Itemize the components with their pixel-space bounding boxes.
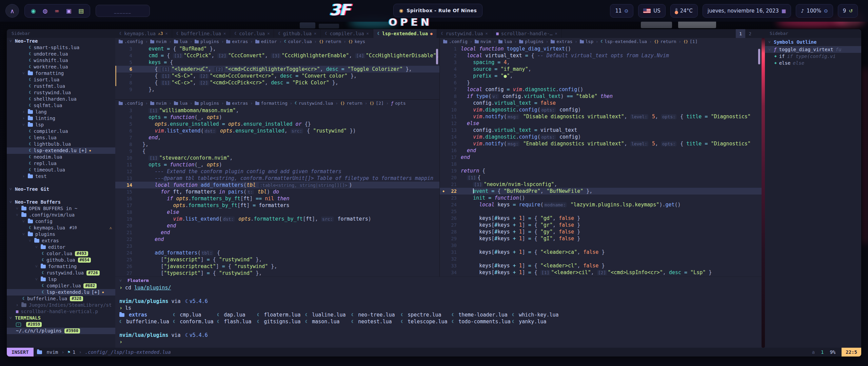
breadcrumb-item[interactable]: {}[2] bbox=[370, 100, 384, 107]
breadcrumb-item[interactable]: .config bbox=[443, 38, 468, 45]
code-line[interactable]: 6 vim.list_extend(dst: opts.ensure_insta… bbox=[115, 127, 439, 134]
code-line[interactable]: 6 { [1]"<leader>uC", [2]"<cmd>CccHighlig… bbox=[115, 66, 439, 73]
workspaces-widget[interactable]: 11 ⊙ bbox=[610, 4, 633, 18]
tree-item[interactable]: ›test bbox=[7, 173, 115, 180]
tree-item[interactable]: ☾shellharden.lua bbox=[7, 96, 115, 102]
code-line[interactable]: 27 keys[#keys + 1] = { "gr", false } bbox=[440, 222, 762, 228]
tree-item[interactable]: ☾sqlfmt.lua bbox=[7, 102, 115, 109]
breadcrumb-item[interactable]: formatting bbox=[255, 100, 288, 107]
code-line[interactable]: 28 keys[#keys + 1] = { "gy", false } bbox=[440, 228, 762, 235]
tab-keymaps.lua[interactable]: ☾keymaps.lua⚠3× bbox=[115, 29, 172, 38]
breadcrumb-item[interactable]: plugins bbox=[195, 38, 219, 45]
outline-item[interactable]: ◈elseelse bbox=[765, 60, 861, 66]
code-line[interactable]: ◆22 event = { "BufReadPre", "BufNewFile"… bbox=[440, 188, 762, 195]
breadcrumb-item[interactable]: ☾color.lua bbox=[284, 38, 312, 45]
code-line[interactable]: 20 [1]{ bbox=[440, 174, 762, 181]
code-line[interactable]: 9 }, bbox=[115, 86, 439, 93]
breadcrumb-item[interactable]: plugins bbox=[519, 38, 544, 45]
tree-item[interactable]: ☾keymaps.lua#10⚠ bbox=[7, 225, 115, 231]
breadcrumb-item[interactable]: {}keys bbox=[349, 38, 366, 45]
tabpage-1[interactable]: 1 bbox=[736, 29, 745, 38]
breadcrumb-item[interactable]: extras bbox=[551, 38, 572, 45]
code-line[interactable]: 12 --- Extend the conform plugin config … bbox=[115, 168, 439, 175]
code-line[interactable]: 8 if type(v: config.virtual_text) == "ta… bbox=[440, 93, 762, 100]
code-line[interactable]: 13 config.virtual_text = virtual_text bbox=[440, 127, 762, 134]
tree-item[interactable]: ›linting bbox=[7, 115, 115, 122]
tree-item[interactable]: ☾repl.lua bbox=[7, 160, 115, 167]
close-icon[interactable]: × bbox=[485, 31, 488, 36]
code-line[interactable]: 17 opts.formatters_by_ft[ft] = formatter… bbox=[115, 202, 439, 209]
code-line[interactable]: 3 event = { "BufRead" }, bbox=[115, 45, 439, 52]
tabpage-2[interactable]: 2 bbox=[745, 29, 755, 38]
code-line[interactable]: 22 end bbox=[115, 236, 439, 243]
breadcrumb-item[interactable]: nvim bbox=[150, 38, 166, 45]
tree-item[interactable]: ˅lsp bbox=[7, 122, 115, 128]
tree-item[interactable]: ›Juegos/Indies/SteamLibrary/st bbox=[7, 302, 115, 308]
breadcrumb-item[interactable]: extras bbox=[226, 38, 248, 45]
code-line[interactable]: 10 vim.diagnostic.config(opts: config) bbox=[440, 106, 762, 113]
tree-item[interactable]: ˅plugins bbox=[7, 231, 115, 238]
code-line[interactable]: 15 for ft, formatters in pairs(t: tbl) d… bbox=[115, 188, 439, 195]
breadcrumb-item[interactable]: ƒopts bbox=[391, 100, 406, 107]
tree-item[interactable]: ˅formatting bbox=[7, 263, 115, 270]
tree-item[interactable]: ☾timeout.lua bbox=[7, 167, 115, 173]
close-icon[interactable]: × bbox=[165, 31, 167, 36]
code-line[interactable]: 1local function toggle_diag_virtext() bbox=[440, 45, 762, 52]
keyboard-layout-widget[interactable]: US bbox=[638, 4, 666, 18]
code-line[interactable]: 27 ["typescript"] = { "rustywind" }, bbox=[115, 270, 439, 276]
section-header[interactable]: ˅Neo-Tree Buffers bbox=[7, 199, 115, 205]
tree-item[interactable]: ☾compiler.lua bbox=[7, 128, 115, 135]
tree-item[interactable]: ☾undotree.lua bbox=[7, 51, 115, 57]
close-icon[interactable]: × bbox=[223, 31, 226, 36]
code-line[interactable]: 6 } bbox=[440, 79, 762, 86]
tree-item[interactable]: ☾bufferline.lua#328 bbox=[7, 296, 115, 302]
code-line[interactable]: 25 ["javascript"] = { "rustywind" }, bbox=[115, 256, 439, 263]
tab-compiler.lua[interactable]: ☾compiler.lua× bbox=[321, 29, 373, 38]
tree-item[interactable]: ☾color.lua#493 bbox=[7, 250, 115, 257]
code-line[interactable]: 11 opts = function(_, opts) bbox=[115, 161, 439, 168]
tab-lsp-extended.lua[interactable]: ☾lsp-extended.lua● bbox=[373, 29, 437, 38]
close-icon[interactable]: × bbox=[367, 31, 369, 36]
tree-item[interactable]: ˅formatting bbox=[7, 70, 115, 77]
breadcrumb-item[interactable]: lsp bbox=[580, 38, 593, 45]
tree-item[interactable]: ˅editor bbox=[7, 244, 115, 250]
tree-item[interactable]: ☾isort.lua bbox=[7, 77, 115, 83]
code-line[interactable]: 16 if opts.formatters_by_ft[ft] == nil t… bbox=[115, 195, 439, 202]
tree-item[interactable]: ˅config bbox=[7, 218, 115, 225]
tree-item[interactable]: ☾compiler.lua#682 bbox=[7, 283, 115, 289]
code-line[interactable]: 4 opts = function(_, opts) bbox=[115, 114, 439, 121]
breadcrumb-item[interactable]: nvim bbox=[150, 100, 166, 107]
section-header[interactable]: ˅Neo-Tree Git bbox=[7, 186, 115, 192]
tree-item[interactable]: ☾smart-splits.lua bbox=[7, 44, 115, 51]
breadcrumb-item[interactable]: {}return bbox=[654, 38, 676, 45]
code-line[interactable]: 19return { bbox=[440, 167, 762, 174]
tree-item[interactable]: ›lang bbox=[7, 109, 115, 115]
breadcrumb-item[interactable]: editor bbox=[255, 38, 277, 45]
code-line[interactable]: 16 end bbox=[440, 147, 762, 154]
tab-github.lua[interactable]: ☾github.lua× bbox=[274, 29, 321, 38]
tree-item[interactable]: ☾lsp-extended.lu[+]◆ bbox=[7, 289, 115, 296]
tree-item[interactable]: ☾lightbulb.lua bbox=[7, 141, 115, 147]
breadcrumb-item[interactable]: {}[1] bbox=[684, 38, 698, 45]
code-line[interactable]: 31 keys[#keys + 1] = { "<leader>ca", fal… bbox=[440, 249, 762, 256]
code-line[interactable]: 5 opts.ensure_installed = opts.ensure_in… bbox=[115, 121, 439, 127]
tree-item[interactable]: ›#2859 bbox=[7, 321, 115, 328]
close-icon[interactable]: × bbox=[314, 31, 316, 36]
code-line[interactable]: 3 [1]"williamboman/mason.nvim", bbox=[115, 107, 439, 114]
code-line[interactable]: 14 local function add_formatters(tbl :ta… bbox=[115, 182, 439, 188]
code-line[interactable]: 15 vim.notify(msg: "Enabled diagnostics … bbox=[440, 140, 762, 147]
breadcrumb-item[interactable]: {}return bbox=[340, 100, 362, 107]
tree-item[interactable]: ☾worktree.lua bbox=[7, 64, 115, 70]
tree-item[interactable]: ☾lens.lua bbox=[7, 135, 115, 141]
code-line[interactable]: 34 keys[#keys + 1] = { [1]"<leader>cil",… bbox=[440, 269, 762, 276]
tree-item[interactable]: ☾github.lua#654 bbox=[7, 257, 115, 263]
breadcrumb-item[interactable]: lua bbox=[498, 38, 512, 45]
code-line[interactable]: 8 { [1]"<C-c>", [2]"<cmd>CccPick<cr>", d… bbox=[115, 79, 439, 86]
breadcrumb-item[interactable]: {}return bbox=[319, 38, 341, 45]
code-line[interactable]: 11 vim.notify(msg: "Disable diagnostics … bbox=[440, 113, 762, 120]
tree-item[interactable]: ~/.c/n/l/plugins#3980 bbox=[7, 328, 115, 334]
code-line[interactable]: 33 keys[#keys + 1] = { "<leader>cl", fal… bbox=[440, 262, 762, 269]
breadcrumb-item[interactable]: nvim bbox=[475, 38, 491, 45]
tree-item[interactable]: ˅.config/nvim/lua bbox=[7, 212, 115, 218]
notes-icon[interactable]: ▤ bbox=[78, 7, 84, 14]
